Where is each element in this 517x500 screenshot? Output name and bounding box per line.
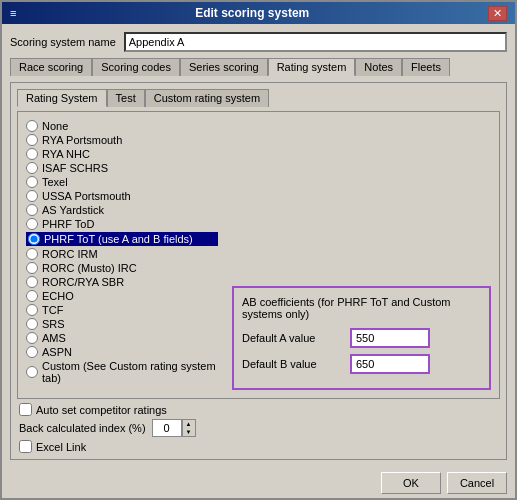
spinner-up[interactable]: ▲ [183, 420, 195, 428]
radio-label-12: ECHO [42, 290, 74, 302]
radio-item[interactable]: RORC (Musto) IRC [26, 262, 218, 274]
footer-buttons: OK Cancel [2, 468, 515, 498]
radio-input-1[interactable] [26, 134, 38, 146]
default-b-input[interactable] [350, 354, 430, 374]
cancel-button[interactable]: Cancel [447, 472, 507, 494]
radio-label-3: ISAF SCHRS [42, 162, 108, 174]
tab-outer-series-scoring[interactable]: Series scoring [180, 58, 268, 76]
radio-item[interactable]: AS Yardstick [26, 204, 218, 216]
tab-inner-custom-rating-system[interactable]: Custom rating system [145, 89, 269, 107]
back-calc-spinner: ▲ ▼ [152, 419, 196, 437]
outer-tabs: Race scoringScoring codesSeries scoringR… [10, 58, 507, 76]
radio-label-15: AMS [42, 332, 66, 344]
ok-button[interactable]: OK [381, 472, 441, 494]
radio-input-10[interactable] [26, 262, 38, 274]
radio-item[interactable]: USSA Portsmouth [26, 190, 218, 202]
back-calc-row: Back calculated index (%) ▲ ▼ [19, 419, 498, 437]
outer-panel: Rating SystemTestCustom rating system No… [10, 82, 507, 460]
radio-label-2: RYA NHC [42, 148, 90, 160]
radio-item[interactable]: RYA NHC [26, 148, 218, 160]
excel-link-checkbox[interactable] [19, 440, 32, 453]
default-a-row: Default A value [242, 328, 481, 348]
radio-input-2[interactable] [26, 148, 38, 160]
radio-input-11[interactable] [26, 276, 38, 288]
excel-link-label: Excel Link [36, 441, 86, 453]
radio-item[interactable]: ASPN [26, 346, 218, 358]
radio-input-6[interactable] [26, 204, 38, 216]
radio-label-9: RORC IRM [42, 248, 98, 260]
excel-link-row: Excel Link [19, 440, 498, 453]
radio-label-8: PHRF ToT (use A and B fields) [44, 233, 193, 245]
auto-set-checkbox[interactable] [19, 403, 32, 416]
scoring-system-name-row: Scoring system name [10, 32, 507, 52]
scoring-system-name-input[interactable] [124, 32, 507, 52]
ab-coefficients-box: AB coefficients (for PHRF ToT and Custom… [232, 286, 491, 390]
radio-label-5: USSA Portsmouth [42, 190, 131, 202]
radio-item[interactable]: ISAF SCHRS [26, 162, 218, 174]
auto-set-row: Auto set competitor ratings [19, 403, 498, 416]
radio-item[interactable]: RORC/RYA SBR [26, 276, 218, 288]
spinner-arrows: ▲ ▼ [182, 419, 196, 437]
radio-input-16[interactable] [26, 346, 38, 358]
radio-input-4[interactable] [26, 176, 38, 188]
tab-inner-test[interactable]: Test [107, 89, 145, 107]
inner-panel: NoneRYA PortsmouthRYA NHCISAF SCHRSTexel… [17, 111, 500, 399]
radio-label-6: AS Yardstick [42, 204, 104, 216]
radio-label-7: PHRF ToD [42, 218, 94, 230]
radio-item[interactable]: Custom (See Custom rating system tab) [26, 360, 218, 384]
tab-outer-scoring-codes[interactable]: Scoring codes [92, 58, 180, 76]
radio-input-15[interactable] [26, 332, 38, 344]
edit-scoring-system-window: ≡ Edit scoring system ✕ Scoring system n… [0, 0, 517, 500]
radio-label-11: RORC/RYA SBR [42, 276, 124, 288]
back-calc-input[interactable] [152, 419, 182, 437]
tab-outer-fleets[interactable]: Fleets [402, 58, 450, 76]
title-bar: ≡ Edit scoring system ✕ [2, 2, 515, 24]
default-b-row: Default B value [242, 354, 481, 374]
radio-input-7[interactable] [26, 218, 38, 230]
radio-label-0: None [42, 120, 68, 132]
default-a-input[interactable] [350, 328, 430, 348]
radio-input-12[interactable] [26, 290, 38, 302]
tab-outer-rating-system[interactable]: Rating system [268, 58, 356, 76]
radio-item[interactable]: None [26, 120, 218, 132]
radio-input-13[interactable] [26, 304, 38, 316]
radio-item[interactable]: AMS [26, 332, 218, 344]
radio-item[interactable]: RORC IRM [26, 248, 218, 260]
auto-set-label: Auto set competitor ratings [36, 404, 167, 416]
rating-system-radio-list: NoneRYA PortsmouthRYA NHCISAF SCHRSTexel… [22, 116, 222, 394]
radio-item[interactable]: PHRF ToD [26, 218, 218, 230]
radio-label-14: SRS [42, 318, 65, 330]
tab-outer-race-scoring[interactable]: Race scoring [10, 58, 92, 76]
radio-item[interactable]: SRS [26, 318, 218, 330]
radio-input-17[interactable] [26, 366, 38, 378]
radio-label-16: ASPN [42, 346, 72, 358]
inner-tabs: Rating SystemTestCustom rating system [17, 89, 500, 107]
radio-label-10: RORC (Musto) IRC [42, 262, 137, 274]
right-panel: AB coefficients (for PHRF ToT and Custom… [228, 116, 495, 394]
window-title: Edit scoring system [16, 6, 488, 20]
default-b-label: Default B value [242, 358, 342, 370]
radio-input-8[interactable] [28, 233, 40, 245]
radio-label-4: Texel [42, 176, 68, 188]
tab-outer-notes[interactable]: Notes [355, 58, 402, 76]
back-calc-label: Back calculated index (%) [19, 422, 146, 434]
radio-item[interactable]: PHRF ToT (use A and B fields) [26, 232, 218, 246]
radio-label-13: TCF [42, 304, 63, 316]
radio-item[interactable]: Texel [26, 176, 218, 188]
radio-input-0[interactable] [26, 120, 38, 132]
close-button[interactable]: ✕ [488, 6, 507, 21]
scoring-system-name-label: Scoring system name [10, 36, 116, 48]
radio-input-9[interactable] [26, 248, 38, 260]
ab-coefficients-title: AB coefficients (for PHRF ToT and Custom… [242, 296, 481, 320]
radio-input-3[interactable] [26, 162, 38, 174]
radio-input-5[interactable] [26, 190, 38, 202]
tab-inner-rating-system[interactable]: Rating System [17, 89, 107, 107]
radio-item[interactable]: ECHO [26, 290, 218, 302]
default-a-label: Default A value [242, 332, 342, 344]
spinner-down[interactable]: ▼ [183, 428, 195, 436]
radio-item[interactable]: RYA Portsmouth [26, 134, 218, 146]
window-body: Scoring system name Race scoringScoring … [2, 24, 515, 468]
radio-label-1: RYA Portsmouth [42, 134, 122, 146]
radio-item[interactable]: TCF [26, 304, 218, 316]
radio-input-14[interactable] [26, 318, 38, 330]
